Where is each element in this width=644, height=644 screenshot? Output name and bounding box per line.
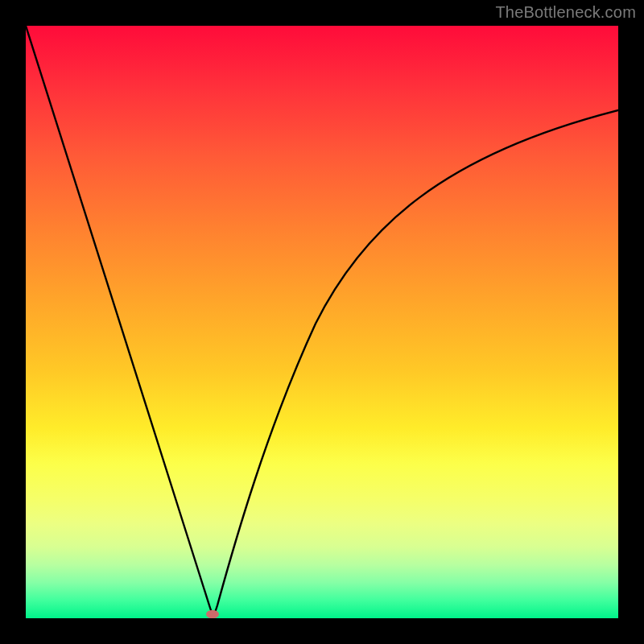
curve-layer [26, 26, 618, 618]
valley-marker-icon [206, 610, 219, 618]
watermark-label: TheBottleneck.com [495, 3, 636, 22]
plot-area [26, 26, 618, 618]
chart-stage: TheBottleneck.com [0, 0, 644, 644]
bottleneck-curve [26, 26, 618, 614]
